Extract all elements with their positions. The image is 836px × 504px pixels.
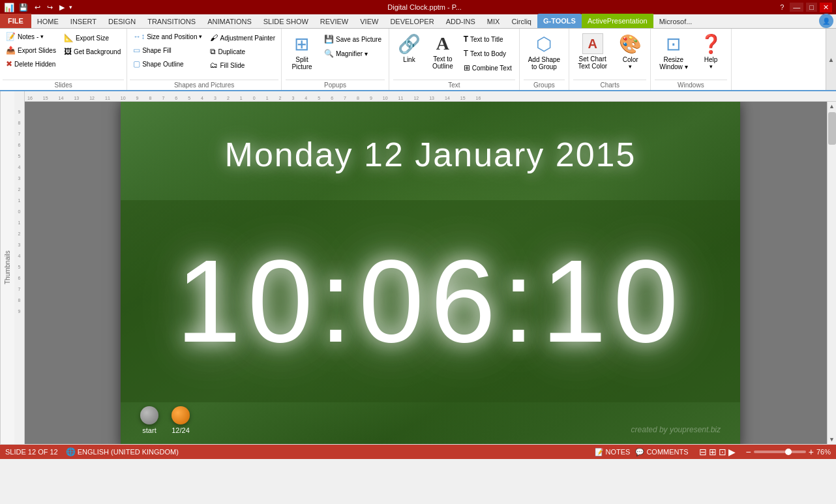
charts-group-label: Charts xyxy=(573,80,646,89)
magnifier-btn[interactable]: 🔍 Magnifier ▾ xyxy=(321,47,385,60)
add-shape-icon: ⬡ xyxy=(536,33,552,55)
status-bar: SLIDE 12 OF 12 🌐 ENGLISH (UNITED KINGDOM… xyxy=(0,445,836,459)
close-btn[interactable]: ✕ xyxy=(820,3,832,12)
ruler-horizontal: 1615141312111098765432101234567891011121… xyxy=(25,91,836,102)
thumbnails-panel: Thumbnails xyxy=(0,91,14,444)
export-slides-icon: 📤 xyxy=(6,46,16,55)
shape-fill-btn[interactable]: ▭ Shape Fill xyxy=(130,44,205,57)
text-to-body-btn[interactable]: T Text to Body xyxy=(460,47,515,60)
ribbon-group-windows: ⊡ ResizeWindow ▾ ❓ Help ▾ Windows xyxy=(651,29,731,90)
split-picture-icon: ⊞ xyxy=(294,33,309,55)
scroll-down-arrow[interactable]: ▼ xyxy=(828,435,837,444)
shapes-group-label: Shapes and Pictures xyxy=(130,80,278,89)
fill-slide-btn[interactable]: 🗂 Fill Slide xyxy=(207,59,278,72)
size-position-btn[interactable]: ↔↕ Size and Position ▾ xyxy=(130,30,205,43)
tab-developer[interactable]: DEVELOPER xyxy=(384,15,440,28)
text-outline-icon: A xyxy=(436,33,449,54)
view-reading-btn[interactable]: ⊡ xyxy=(719,447,726,457)
qat-play[interactable]: ▶ xyxy=(57,3,67,12)
shape-outline-btn[interactable]: ▢ Shape Outline xyxy=(130,57,205,70)
zoom-out-btn[interactable]: − xyxy=(746,447,751,457)
fill-slide-icon: 🗂 xyxy=(210,61,218,70)
combine-icon: ⊞ xyxy=(464,63,470,72)
start-button[interactable]: start xyxy=(140,406,158,434)
ribbon-collapse-btn[interactable]: ▲ xyxy=(826,29,836,90)
link-btn[interactable]: 🔗 Link xyxy=(393,30,425,67)
ribbon-group-text: 🔗 Link A Text toOutline T Text to Title … xyxy=(389,29,520,90)
background-icon: 🖼 xyxy=(64,47,72,56)
split-picture-btn[interactable]: ⊞ SplitPicture xyxy=(286,30,318,74)
ribbon-group-shapes: ↔↕ Size and Position ▾ ▭ Shape Fill ▢ Sh… xyxy=(127,29,282,90)
tab-activepres[interactable]: ActivePresentation xyxy=(582,14,653,28)
text-to-title-btn[interactable]: T Text to Title xyxy=(460,33,515,46)
export-size-btn[interactable]: 📐 Export Size xyxy=(61,31,124,44)
slide-canvas: Monday 12 January 2015 10:06:10 start xyxy=(121,102,740,444)
view-sorter-btn[interactable]: ⊞ xyxy=(709,447,717,457)
comments-icon: 💬 xyxy=(635,448,644,456)
time-format-button[interactable]: 12/24 xyxy=(172,406,190,434)
tab-microsoft[interactable]: Microsof... xyxy=(653,15,698,28)
notes-icon: 📝 xyxy=(6,32,16,41)
tab-view[interactable]: VIEW xyxy=(354,15,384,28)
tab-addins[interactable]: ADD-INS xyxy=(440,15,481,28)
tab-review[interactable]: REVIEW xyxy=(314,15,354,28)
tab-gtools[interactable]: G-TOOLS xyxy=(537,14,582,28)
zoom-level: 76% xyxy=(816,448,831,456)
zoom-in-btn[interactable]: + xyxy=(809,447,814,457)
duplicate-btn[interactable]: ⧉ Duplicate xyxy=(207,45,278,58)
tab-transitions[interactable]: TRANSITIONS xyxy=(142,15,202,28)
tab-file[interactable]: FILE xyxy=(0,14,31,28)
tab-insert[interactable]: INSERT xyxy=(65,15,102,28)
minimize-btn[interactable]: — xyxy=(790,3,803,12)
resize-window-btn[interactable]: ⊡ ResizeWindow ▾ xyxy=(655,30,692,74)
add-shape-group-btn[interactable]: ⬡ Add Shapeto Group xyxy=(524,30,565,74)
color-btn[interactable]: 🎨 Color ▾ xyxy=(614,30,646,73)
tab-mix[interactable]: MIX xyxy=(481,15,506,28)
painter-icon: 🖌 xyxy=(210,33,218,42)
qat-undo[interactable]: ↩ xyxy=(33,3,42,12)
tab-slideshow[interactable]: SLIDE SHOW xyxy=(258,15,314,28)
ruler-vertical: 9 8 7 6 5 4 3 2 1 0 1 2 3 4 5 6 7 8 9 xyxy=(14,91,25,444)
zoom-slider[interactable] xyxy=(754,451,806,453)
combine-text-btn[interactable]: ⊞ Combine Text xyxy=(460,61,515,74)
color-icon: 🎨 xyxy=(619,33,642,55)
notes-btn[interactable]: 📝 Notes - ▾ xyxy=(3,30,59,43)
resize-icon: ⊡ xyxy=(666,33,681,55)
ribbon-group-slides: 📝 Notes - ▾ 📤 Export Slides ✖ Delete Hid… xyxy=(0,29,127,90)
scroll-up-arrow[interactable]: ▲ xyxy=(828,102,837,111)
help-ribbon-btn[interactable]: ❓ Help ▾ xyxy=(695,30,727,73)
tab-home[interactable]: HOME xyxy=(31,15,65,28)
export-slides-btn[interactable]: 📤 Export Slides xyxy=(3,44,59,57)
comments-status-btn[interactable]: 💬 COMMENTS xyxy=(635,448,688,456)
notes-status-icon: 📝 xyxy=(595,448,604,456)
scroll-thumb[interactable] xyxy=(828,112,836,145)
slide-time: 10:06:10 xyxy=(121,200,740,402)
view-slideshow-btn[interactable]: ▶ xyxy=(728,447,736,457)
ppt-icon: 📊 xyxy=(4,3,14,12)
tab-circliq[interactable]: Circliq xyxy=(505,15,537,28)
duplicate-icon: ⧉ xyxy=(210,47,216,56)
qat-redo[interactable]: ↪ xyxy=(45,3,55,12)
get-background-btn[interactable]: 🖼 Get Background xyxy=(61,45,124,58)
qat-save[interactable]: 💾 xyxy=(17,3,30,12)
text-body-icon: T xyxy=(464,49,468,58)
chart-text-icon: A xyxy=(582,33,603,54)
scrollbar-vertical[interactable]: ▲ ▼ xyxy=(827,102,836,444)
text-to-outline-btn[interactable]: A Text toOutline xyxy=(428,30,458,73)
maximize-btn[interactable]: □ xyxy=(806,3,817,12)
delete-hidden-btn[interactable]: ✖ Delete Hidden xyxy=(3,57,59,70)
set-chart-color-btn[interactable]: A Set ChartText Color xyxy=(573,30,612,73)
slide-watermark: created by youpresent.biz xyxy=(631,425,721,434)
view-normal-btn[interactable]: ⊟ xyxy=(699,447,707,457)
size-icon: 📐 xyxy=(64,33,74,42)
notes-status-btn[interactable]: 📝 NOTES xyxy=(595,448,631,456)
language-indicator: 🌐 ENGLISH (UNITED KINGDOM) xyxy=(66,447,179,456)
tab-design[interactable]: DESIGN xyxy=(102,15,142,28)
help-btn[interactable]: ? xyxy=(777,3,787,12)
text-group-label: Text xyxy=(393,80,515,89)
tab-animations[interactable]: ANIMATIONS xyxy=(202,15,258,28)
save-as-picture-btn[interactable]: 💾 Save as Picture xyxy=(321,33,385,46)
ribbon-group-charts: A Set ChartText Color 🎨 Color ▾ Charts xyxy=(569,29,651,90)
slide-indicator: SLIDE 12 OF 12 xyxy=(5,448,58,456)
adjustment-painter-btn[interactable]: 🖌 Adjustment Painter xyxy=(207,31,278,44)
